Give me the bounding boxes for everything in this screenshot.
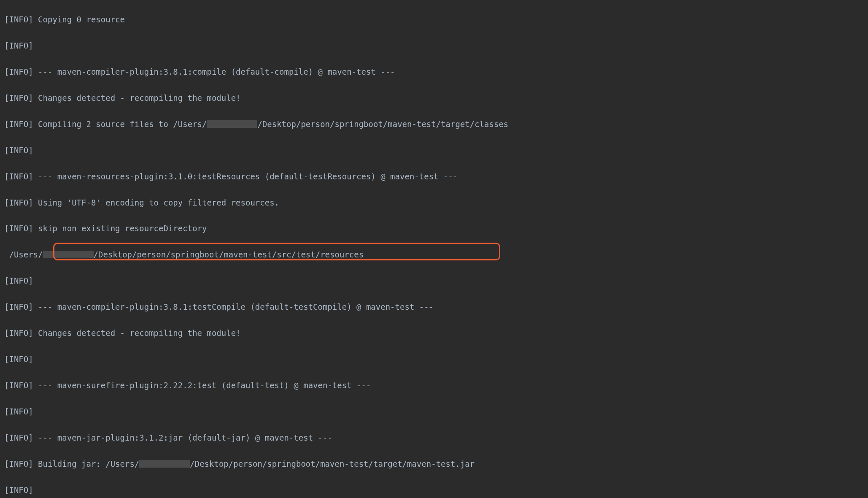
log-text: /Desktop/person/springboot/maven-test/ta…	[190, 459, 474, 468]
log-line: [INFO] --- maven-compiler-plugin:3.8.1:c…	[4, 65, 864, 78]
log-prefix: [INFO]	[4, 485, 38, 495]
log-line: [INFO]	[4, 484, 864, 497]
log-prefix: [INFO]	[4, 119, 38, 129]
log-line: [INFO] --- maven-resources-plugin:3.1.0:…	[4, 170, 864, 183]
log-prefix: [INFO]	[4, 93, 38, 103]
log-prefix: [INFO]	[4, 355, 38, 364]
log-text: Using 'UTF-8' encoding to copy filtered …	[38, 198, 279, 207]
log-line: [INFO] skip non existing resourceDirecto…	[4, 222, 864, 235]
log-line: [INFO]	[4, 39, 864, 52]
log-text: --- maven-surefire-plugin:2.22.2:test (d…	[38, 381, 371, 390]
log-prefix: [INFO]	[4, 328, 38, 338]
log-text: Compiling 2 source files to /Users/	[38, 119, 207, 129]
log-line: [INFO] Changes detected - recompiling th…	[4, 92, 864, 105]
log-line: /Users//Desktop/person/springboot/maven-…	[4, 248, 864, 261]
log-text: --- maven-resources-plugin:3.1.0:testRes…	[38, 172, 458, 181]
log-prefix: [INFO]	[4, 15, 38, 24]
log-text: Building jar: /Users/	[38, 459, 139, 468]
log-line: [INFO] Changes detected - recompiling th…	[4, 327, 864, 340]
log-line: [INFO] --- maven-surefire-plugin:2.22.2:…	[4, 379, 864, 392]
log-prefix: [INFO]	[4, 407, 38, 416]
log-prefix: [INFO]	[4, 433, 38, 442]
log-prefix: [INFO]	[4, 146, 38, 155]
log-line: [INFO]	[4, 405, 864, 418]
log-text: skip non existing resourceDirectory	[38, 224, 207, 233]
log-text: --- maven-compiler-plugin:3.8.1:testComp…	[38, 302, 434, 311]
log-line: [INFO] --- maven-jar-plugin:3.1.2:jar (d…	[4, 431, 864, 444]
log-text: Changes detected - recompiling the modul…	[38, 328, 240, 338]
log-prefix: [INFO]	[4, 302, 38, 311]
log-line: [INFO]	[4, 144, 864, 157]
log-text: /Desktop/person/springboot/maven-test/ta…	[257, 119, 508, 129]
log-text: /Desktop/person/springboot/maven-test/sr…	[94, 250, 364, 259]
log-line: [INFO] Copying 0 resource	[4, 13, 864, 26]
log-prefix: [INFO]	[4, 276, 38, 285]
log-text: --- maven-compiler-plugin:3.8.1:compile …	[38, 67, 395, 76]
terminal-output: [INFO] Copying 0 resource [INFO] [INFO] …	[0, 0, 868, 498]
log-prefix: [INFO]	[4, 172, 38, 181]
log-line: [INFO]	[4, 274, 864, 287]
log-prefix: [INFO]	[4, 459, 38, 468]
log-line: [INFO] Compiling 2 source files to /User…	[4, 118, 864, 131]
log-text: Copying 0 resource	[38, 15, 125, 24]
redacted-username	[43, 251, 94, 258]
log-prefix: [INFO]	[4, 198, 38, 207]
log-line: [INFO] --- maven-compiler-plugin:3.8.1:t…	[4, 300, 864, 314]
log-prefix: [INFO]	[4, 224, 38, 233]
log-prefix: [INFO]	[4, 381, 38, 390]
redacted-username	[207, 120, 257, 128]
log-text: Changes detected - recompiling the modul…	[38, 93, 240, 103]
log-line: [INFO] Using 'UTF-8' encoding to copy fi…	[4, 196, 864, 209]
redacted-username	[139, 460, 190, 468]
log-prefix: [INFO]	[4, 41, 38, 50]
log-prefix: [INFO]	[4, 67, 38, 76]
log-line: [INFO]	[4, 353, 864, 366]
log-line: [INFO] Building jar: /Users//Desktop/per…	[4, 457, 864, 471]
log-text: --- maven-jar-plugin:3.1.2:jar (default-…	[38, 433, 332, 442]
log-text: /Users/	[4, 250, 43, 259]
